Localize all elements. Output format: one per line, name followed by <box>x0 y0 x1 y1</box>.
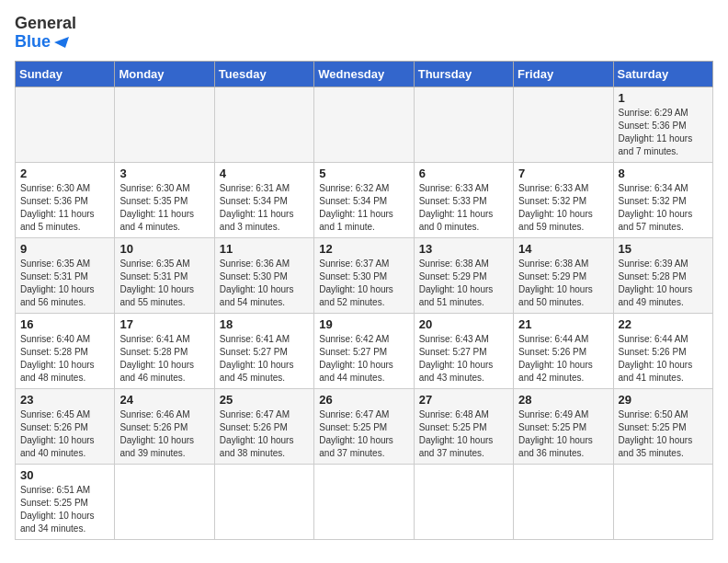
logo-blue: Blue <box>15 33 51 52</box>
weekday-header-monday: Monday <box>115 61 214 86</box>
calendar-cell: 25Sunrise: 6:47 AM Sunset: 5:26 PM Dayli… <box>214 388 313 464</box>
calendar-cell: 19Sunrise: 6:42 AM Sunset: 5:27 PM Dayli… <box>314 313 414 388</box>
day-number: 4 <box>220 167 309 180</box>
day-info: Sunrise: 6:44 AM Sunset: 5:26 PM Dayligh… <box>518 333 608 385</box>
calendar-body: 1Sunrise: 6:29 AM Sunset: 5:36 PM Daylig… <box>16 86 713 539</box>
day-info: Sunrise: 6:37 AM Sunset: 5:30 PM Dayligh… <box>319 258 408 309</box>
day-number: 7 <box>518 167 608 180</box>
weekday-header-thursday: Thursday <box>414 61 513 86</box>
day-info: Sunrise: 6:38 AM Sunset: 5:29 PM Dayligh… <box>518 258 608 309</box>
page-header: General Blue <box>15 15 713 52</box>
logo-general: General <box>15 15 76 33</box>
calendar-cell <box>115 86 214 162</box>
day-number: 27 <box>419 393 508 407</box>
day-info: Sunrise: 6:50 AM Sunset: 5:25 PM Dayligh… <box>619 408 708 460</box>
day-number: 19 <box>319 317 408 331</box>
day-number: 23 <box>20 393 109 407</box>
calendar-cell: 21Sunrise: 6:44 AM Sunset: 5:26 PM Dayli… <box>514 313 613 388</box>
calendar-cell <box>214 464 313 539</box>
day-number: 3 <box>119 167 209 180</box>
day-number: 21 <box>518 317 608 331</box>
day-info: Sunrise: 6:47 AM Sunset: 5:26 PM Dayligh… <box>220 408 309 460</box>
calendar-cell: 7Sunrise: 6:33 AM Sunset: 5:32 PM Daylig… <box>514 162 613 237</box>
calendar-cell <box>314 464 414 539</box>
calendar-cell <box>115 464 214 539</box>
day-info: Sunrise: 6:34 AM Sunset: 5:32 PM Dayligh… <box>619 182 708 234</box>
calendar-cell <box>214 86 313 162</box>
calendar-week-3: 16Sunrise: 6:40 AM Sunset: 5:28 PM Dayli… <box>16 313 713 388</box>
calendar-cell: 4Sunrise: 6:31 AM Sunset: 5:34 PM Daylig… <box>214 162 313 237</box>
day-info: Sunrise: 6:36 AM Sunset: 5:30 PM Dayligh… <box>220 258 309 309</box>
calendar-cell: 20Sunrise: 6:43 AM Sunset: 5:27 PM Dayli… <box>414 313 513 388</box>
day-number: 26 <box>319 393 408 407</box>
calendar-cell: 16Sunrise: 6:40 AM Sunset: 5:28 PM Dayli… <box>16 313 115 388</box>
calendar-cell: 22Sunrise: 6:44 AM Sunset: 5:26 PM Dayli… <box>613 313 712 388</box>
calendar-cell <box>613 464 712 539</box>
calendar-cell: 8Sunrise: 6:34 AM Sunset: 5:32 PM Daylig… <box>613 162 712 237</box>
day-info: Sunrise: 6:30 AM Sunset: 5:35 PM Dayligh… <box>119 182 209 234</box>
calendar-cell: 23Sunrise: 6:45 AM Sunset: 5:26 PM Dayli… <box>16 388 115 464</box>
calendar-cell: 11Sunrise: 6:36 AM Sunset: 5:30 PM Dayli… <box>214 237 313 313</box>
day-number: 20 <box>419 317 508 331</box>
day-info: Sunrise: 6:35 AM Sunset: 5:31 PM Dayligh… <box>119 258 209 309</box>
day-number: 17 <box>119 317 209 331</box>
calendar-cell <box>314 86 414 162</box>
weekday-header-saturday: Saturday <box>613 61 712 86</box>
calendar-cell: 28Sunrise: 6:49 AM Sunset: 5:25 PM Dayli… <box>514 388 613 464</box>
logo: General Blue <box>15 15 76 52</box>
calendar-week-4: 23Sunrise: 6:45 AM Sunset: 5:26 PM Dayli… <box>16 388 713 464</box>
calendar-cell: 15Sunrise: 6:39 AM Sunset: 5:28 PM Dayli… <box>613 237 712 313</box>
day-number: 18 <box>220 317 309 331</box>
calendar-week-0: 1Sunrise: 6:29 AM Sunset: 5:36 PM Daylig… <box>16 86 713 162</box>
calendar-week-1: 2Sunrise: 6:30 AM Sunset: 5:36 PM Daylig… <box>16 162 713 237</box>
day-info: Sunrise: 6:31 AM Sunset: 5:34 PM Dayligh… <box>220 182 309 234</box>
day-info: Sunrise: 6:44 AM Sunset: 5:26 PM Dayligh… <box>619 333 708 385</box>
calendar-header: SundayMondayTuesdayWednesdayThursdayFrid… <box>16 61 713 86</box>
day-info: Sunrise: 6:41 AM Sunset: 5:27 PM Dayligh… <box>220 333 309 385</box>
calendar-week-2: 9Sunrise: 6:35 AM Sunset: 5:31 PM Daylig… <box>16 237 713 313</box>
calendar-cell: 5Sunrise: 6:32 AM Sunset: 5:34 PM Daylig… <box>314 162 414 237</box>
day-number: 22 <box>619 317 708 331</box>
logo-text: General Blue <box>15 15 76 52</box>
day-number: 25 <box>220 393 309 407</box>
calendar-cell: 26Sunrise: 6:47 AM Sunset: 5:25 PM Dayli… <box>314 388 414 464</box>
calendar-cell: 1Sunrise: 6:29 AM Sunset: 5:36 PM Daylig… <box>613 86 712 162</box>
calendar-cell: 24Sunrise: 6:46 AM Sunset: 5:26 PM Dayli… <box>115 388 214 464</box>
calendar-cell: 30Sunrise: 6:51 AM Sunset: 5:25 PM Dayli… <box>16 464 115 539</box>
day-info: Sunrise: 6:43 AM Sunset: 5:27 PM Dayligh… <box>419 333 508 385</box>
day-number: 6 <box>419 167 508 180</box>
day-info: Sunrise: 6:35 AM Sunset: 5:31 PM Dayligh… <box>20 258 109 309</box>
svg-marker-0 <box>54 37 69 48</box>
day-info: Sunrise: 6:48 AM Sunset: 5:25 PM Dayligh… <box>419 408 508 460</box>
calendar-cell: 2Sunrise: 6:30 AM Sunset: 5:36 PM Daylig… <box>16 162 115 237</box>
calendar-cell: 13Sunrise: 6:38 AM Sunset: 5:29 PM Dayli… <box>414 237 513 313</box>
day-number: 1 <box>619 91 708 105</box>
calendar-cell <box>514 464 613 539</box>
calendar-cell: 17Sunrise: 6:41 AM Sunset: 5:28 PM Dayli… <box>115 313 214 388</box>
day-number: 24 <box>119 393 209 407</box>
weekday-header-sunday: Sunday <box>16 61 115 86</box>
day-number: 15 <box>619 242 708 256</box>
day-info: Sunrise: 6:51 AM Sunset: 5:25 PM Dayligh… <box>20 484 109 535</box>
calendar-cell <box>414 86 513 162</box>
day-number: 28 <box>518 393 608 407</box>
day-info: Sunrise: 6:33 AM Sunset: 5:33 PM Dayligh… <box>419 182 508 234</box>
calendar-cell <box>414 464 513 539</box>
calendar-cell: 29Sunrise: 6:50 AM Sunset: 5:25 PM Dayli… <box>613 388 712 464</box>
day-number: 12 <box>319 242 408 256</box>
day-info: Sunrise: 6:32 AM Sunset: 5:34 PM Dayligh… <box>319 182 408 234</box>
calendar-cell: 12Sunrise: 6:37 AM Sunset: 5:30 PM Dayli… <box>314 237 414 313</box>
logo-triangle-icon <box>52 33 71 52</box>
calendar-cell: 14Sunrise: 6:38 AM Sunset: 5:29 PM Dayli… <box>514 237 613 313</box>
weekday-header-tuesday: Tuesday <box>214 61 313 86</box>
day-info: Sunrise: 6:38 AM Sunset: 5:29 PM Dayligh… <box>419 258 508 309</box>
day-info: Sunrise: 6:30 AM Sunset: 5:36 PM Dayligh… <box>20 182 109 234</box>
calendar-table: SundayMondayTuesdayWednesdayThursdayFrid… <box>15 61 713 540</box>
day-number: 8 <box>619 167 708 180</box>
day-info: Sunrise: 6:45 AM Sunset: 5:26 PM Dayligh… <box>20 408 109 460</box>
calendar-cell: 6Sunrise: 6:33 AM Sunset: 5:33 PM Daylig… <box>414 162 513 237</box>
calendar-cell: 9Sunrise: 6:35 AM Sunset: 5:31 PM Daylig… <box>16 237 115 313</box>
day-info: Sunrise: 6:39 AM Sunset: 5:28 PM Dayligh… <box>619 258 708 309</box>
day-number: 9 <box>20 242 109 256</box>
day-info: Sunrise: 6:46 AM Sunset: 5:26 PM Dayligh… <box>119 408 209 460</box>
